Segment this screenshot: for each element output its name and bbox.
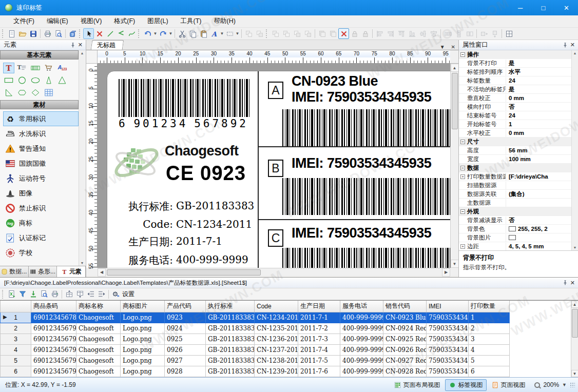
- print-preview-icon[interactable]: [53, 28, 64, 39]
- column-header-5[interactable]: 执行标准: [206, 301, 255, 312]
- table-cell[interactable]: CN-1237-2011: [255, 344, 298, 355]
- property-row[interactable]: 横向打印否: [459, 103, 578, 111]
- material-item-7[interactable]: 禁止标识: [3, 201, 79, 215]
- undo-icon[interactable]: [142, 28, 153, 39]
- table-cell[interactable]: GB-201183383: [206, 323, 255, 334]
- close-icon[interactable]: ✕: [569, 280, 576, 286]
- property-value[interactable]: 否: [506, 103, 578, 111]
- section-text[interactable]: IMEI: 75903534345935: [292, 155, 431, 171]
- line-tool-icon[interactable]: [105, 28, 115, 39]
- column-header-10[interactable]: IMEI: [427, 301, 469, 312]
- table-cell[interactable]: Chaogesoft: [76, 355, 121, 366]
- table-cell[interactable]: 690123456794: [31, 366, 76, 377]
- dropdown-arrow-icon[interactable]: ▼: [168, 31, 173, 36]
- property-group-3[interactable]: −外观: [459, 207, 578, 216]
- property-value[interactable]: 1: [506, 121, 578, 127]
- maximize-button[interactable]: □: [532, 0, 555, 15]
- table-cell[interactable]: 2011-7-3: [298, 334, 340, 344]
- basic-element-table-grid[interactable]: [43, 87, 54, 98]
- elements-panel-scrollbar[interactable]: ▲▼: [79, 50, 85, 266]
- property-row[interactable]: +边距4, 5, 4, 5 mm: [459, 242, 578, 251]
- basic-element-circle[interactable]: [16, 75, 28, 86]
- table-cell[interactable]: 400-999-9999: [340, 355, 383, 366]
- label-info-line[interactable]: Code:CN-1234-2011: [110, 218, 254, 230]
- collapse-icon[interactable]: −: [460, 140, 465, 144]
- property-value[interactable]: [F:\drieya\Cha: [506, 173, 578, 180]
- menu-item-4[interactable]: 图层(L): [141, 15, 174, 27]
- material-item-6[interactable]: 图像: [3, 186, 79, 201]
- property-value[interactable]: 0 mm: [506, 130, 578, 136]
- material-item-5[interactable]: 运动符号: [3, 171, 79, 186]
- table-cell[interactable]: GB-201183383: [206, 334, 255, 344]
- property-value[interactable]: [506, 235, 578, 240]
- table-cell[interactable]: CN-0925 Red: [383, 334, 427, 344]
- menu-item-5[interactable]: 工具(T): [175, 15, 208, 27]
- table-row[interactable]: 2690123456790ChaogesoftLogo.png0924GB-20…: [1, 323, 575, 334]
- collapse-columns-icon[interactable]: [85, 289, 96, 300]
- table-cell[interactable]: 5: [469, 355, 510, 366]
- label-info-line[interactable]: 服务电话:400-999-9999: [110, 253, 254, 267]
- property-value[interactable]: 24: [506, 77, 578, 84]
- property-value[interactable]: 0 mm: [506, 95, 578, 101]
- property-row[interactable]: 数据源关联(集合): [459, 190, 578, 199]
- preview-icon[interactable]: [38, 289, 49, 300]
- table-cell[interactable]: 2011-7-4: [298, 344, 340, 355]
- settings-button[interactable]: 设置: [122, 290, 134, 299]
- basic-element-diamond[interactable]: [30, 87, 41, 98]
- table-cell[interactable]: Chaogesoft: [76, 366, 121, 377]
- collapse-icon[interactable]: −: [460, 52, 465, 57]
- append-row-icon[interactable]: [28, 289, 38, 300]
- table-cell[interactable]: 400-999-9999: [340, 312, 383, 323]
- table-cell[interactable]: 690123456790: [31, 323, 76, 334]
- basic-element-rect-green[interactable]: [3, 75, 14, 86]
- property-row[interactable]: 扫描数据源: [459, 181, 578, 190]
- dropdown-arrow-icon[interactable]: ▼: [235, 31, 240, 36]
- data-table-scrollbar[interactable]: ▲ ▼: [571, 301, 578, 377]
- table-cell[interactable]: 2011-7-6: [298, 366, 340, 377]
- table-cell[interactable]: CN-1234-2011: [255, 312, 298, 323]
- minimize-button[interactable]: ─: [509, 0, 532, 15]
- help-package-icon[interactable]: ?: [67, 28, 78, 39]
- property-value[interactable]: 是: [506, 60, 578, 67]
- table-cell[interactable]: Logo.png: [121, 323, 165, 334]
- left-panel-tab-2[interactable]: 条形...: [29, 266, 57, 277]
- property-value[interactable]: 255, 255, 2: [506, 226, 578, 232]
- redo-icon[interactable]: [158, 28, 168, 39]
- material-item-3[interactable]: 警告通知: [3, 141, 79, 156]
- cut-icon[interactable]: [177, 28, 187, 39]
- basic-element-cart[interactable]: [43, 63, 54, 73]
- property-value[interactable]: 100 mm: [506, 156, 578, 162]
- column-header-3[interactable]: 商标图片: [121, 301, 165, 312]
- table-cell[interactable]: 75903534345938: [427, 344, 469, 355]
- property-row[interactable]: 背景减谈显示否: [459, 216, 578, 225]
- table-row[interactable]: 3690123456791ChaogesoftLogo.png0925GB-20…: [1, 334, 575, 344]
- dropdown-arrow-icon[interactable]: ▼: [220, 31, 224, 36]
- save-icon[interactable]: [28, 28, 38, 39]
- table-cell[interactable]: 0926: [165, 344, 206, 355]
- table-cell[interactable]: CN-1239-2011: [255, 366, 298, 377]
- section-text[interactable]: IMEI: 75903534345935: [292, 225, 431, 241]
- property-row[interactable]: 背景不打印是: [459, 59, 578, 68]
- expand-icon[interactable]: +: [460, 244, 465, 249]
- table-cell[interactable]: 75903534345940: [427, 366, 469, 377]
- pin-icon[interactable]: [562, 280, 568, 286]
- table-cell[interactable]: 1: [469, 312, 510, 323]
- basic-element-hexagon[interactable]: [16, 87, 28, 98]
- table-cell[interactable]: Chaogesoft: [76, 312, 121, 323]
- basic-element-tri-right[interactable]: [3, 87, 14, 98]
- table-cell[interactable]: GB-201183383: [206, 355, 255, 366]
- property-value[interactable]: 56 mm: [506, 147, 578, 153]
- row-header[interactable]: 4: [1, 344, 31, 355]
- table-cell[interactable]: Logo.png: [121, 312, 165, 323]
- print-icon[interactable]: [42, 28, 53, 39]
- menu-item-0[interactable]: 文件(F): [7, 15, 41, 27]
- label-info-line[interactable]: 执行标准:GB-201183383: [110, 200, 254, 213]
- print-icon[interactable]: [49, 289, 60, 300]
- table-cell[interactable]: Logo.png: [121, 355, 165, 366]
- table-cell[interactable]: CN-0923 Blue: [383, 312, 427, 323]
- row-header[interactable]: 3: [1, 334, 31, 344]
- table-cell[interactable]: 690123456792: [31, 344, 76, 355]
- property-row[interactable]: 垂直校正0 mm: [459, 94, 578, 103]
- table-cell[interactable]: 75903534345936: [427, 323, 469, 334]
- section-barcode[interactable]: [282, 109, 450, 146]
